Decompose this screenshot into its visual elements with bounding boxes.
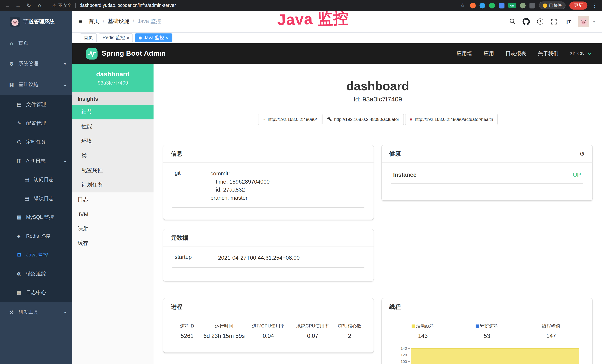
sba-brand-title[interactable]: Spring Boot Admin [102, 50, 166, 57]
breadcrumb-infrastructure[interactable]: 基础设施 [108, 18, 129, 25]
extension-leaf-icon[interactable] [520, 2, 526, 8]
log-center-icon: ▧ [16, 289, 22, 295]
sidebar-item-config-props[interactable]: 配置属性 [72, 163, 153, 178]
instance-links: ⌂ http://192.168.0.2:48080/ http://192.1… [153, 114, 602, 125]
browser-home-icon[interactable]: ⌂ [36, 2, 43, 8]
tab-redis-monitor[interactable]: Redis 监控 × [99, 33, 133, 42]
extension-fox-icon[interactable] [470, 2, 476, 8]
extensions-puzzle-icon[interactable] [529, 2, 535, 8]
search-icon[interactable] [509, 18, 516, 25]
sidebar-item-performance[interactable]: 性能 [72, 119, 153, 134]
back-icon[interactable]: ← [4, 2, 11, 8]
sidebar-item-scheduled-tasks[interactable]: 计划任务 [72, 178, 153, 193]
commit-line: commit: [210, 170, 270, 178]
history-icon[interactable]: ↺ [580, 150, 585, 157]
sidebar-item-mappings[interactable]: 映射 [72, 222, 153, 236]
sidebar-item-scheduled-jobs[interactable]: ◷ 定时任务 [0, 132, 72, 151]
instance-header[interactable]: dashboard 93a3fc7f7409 [72, 64, 153, 92]
startup-row: startup 2021-04-27T00:44:31.254+08:00 [172, 254, 364, 268]
sidebar-item-caches[interactable]: 缓存 [72, 236, 153, 251]
sidebar-item-logs[interactable]: 日志 [72, 192, 153, 207]
breadcrumb-home[interactable]: 首页 [88, 18, 99, 25]
card-title: 线程 [389, 303, 401, 310]
legend-value: 147 [519, 332, 583, 339]
legend-value: 143 [391, 332, 455, 339]
sidebar-item-tracing[interactable]: ◎ 链路追踪 [0, 264, 72, 283]
locale-chevron-icon [587, 51, 592, 56]
log-icon: ▥ [16, 158, 22, 163]
address-url[interactable]: dashboard.yudao.iocoder.cn/infra/admin-s… [80, 3, 176, 8]
service-url-button[interactable]: ⌂ http://192.168.0.2:48080/ [258, 114, 322, 125]
app-main: ≡ 首页 / 基础设施 / Java 监控 ? [72, 11, 602, 364]
security-chip[interactable]: ⚠ 不安全 [52, 2, 72, 8]
sidebar-item-config-mgmt[interactable]: ✎ 配置管理 [0, 114, 72, 132]
locale-selector[interactable]: zh-CN [570, 51, 592, 56]
sidebar-item-redis-monitor[interactable]: ◈ Redis 监控 [0, 227, 72, 245]
avatar-caret-icon[interactable]: ▾ [593, 20, 595, 24]
nav-journal[interactable]: 日志报表 [505, 50, 526, 57]
legend-label: 线程峰值 [519, 323, 583, 329]
browser-menu-kebab-icon[interactable]: ⋮ [591, 2, 598, 8]
extension-drop-icon[interactable] [479, 2, 485, 8]
breadcrumb-java-monitor: Java 监控 [138, 18, 161, 25]
legend-peak-threads: 线程峰值 147 [519, 323, 583, 339]
process-table: 进程ID 5261 运行时间 6d 23h 15m 59s [172, 323, 364, 344]
menu-label: 研发工具 [18, 309, 38, 316]
sidebar-item-file-mgmt[interactable]: ▤ 文件管理 [0, 95, 72, 114]
sidebar-item-details[interactable]: 细节 [72, 105, 153, 119]
font-size-icon[interactable]: TT [564, 18, 572, 25]
close-icon[interactable]: × [166, 36, 168, 40]
nav-applications[interactable]: 应用 [484, 50, 494, 57]
github-icon[interactable] [522, 18, 530, 25]
cards-right-column: 健康 ↺ Instance UP [382, 145, 592, 364]
menu-label: API 日志 [26, 157, 46, 164]
bookmark-star-icon[interactable]: ☆ [459, 2, 466, 8]
extension-on-badge-icon[interactable]: on [508, 3, 516, 8]
sidebar-item-mysql-monitor[interactable]: ▩ MySQL 监控 [0, 208, 72, 226]
menu-label: 链路追踪 [26, 270, 46, 277]
sidebar-item-environment[interactable]: 环境 [72, 134, 153, 149]
sidebar-item-infrastructure[interactable]: ▦ 基础设施 ▴ [0, 74, 72, 95]
column-header: CPU核心数 [335, 323, 364, 329]
reload-icon[interactable]: ↻ [25, 2, 32, 8]
sidebar-item-log-center[interactable]: ▧ 日志中心 [0, 283, 72, 302]
sidebar-item-system-mgmt[interactable]: ⚙ 系统管理 ▾ [0, 54, 72, 74]
sidebar-item-access-logs[interactable]: ▤ 访问日志 [0, 170, 72, 189]
instance-id: 93a3fc7f7409 [98, 80, 128, 86]
actuator-url-button[interactable]: http://192.168.0.2:48080/actuator [322, 114, 404, 125]
sidebar-item-classes[interactable]: 类 [72, 149, 153, 163]
nav-about[interactable]: 关于我们 [538, 50, 559, 57]
menu-label: 文件管理 [26, 101, 46, 108]
menu-label: 配置管理 [26, 120, 46, 127]
tab-home[interactable]: 首页 [80, 33, 97, 42]
help-icon[interactable]: ? [536, 18, 544, 25]
main-content: dashboard Id: 93a3fc7f7409 ⌂ http://192.… [153, 64, 602, 364]
extension-green-icon[interactable] [489, 2, 495, 8]
active-dot [139, 36, 142, 40]
time-line: time: 1596289704000 [210, 178, 270, 186]
card-title: 元数据 [171, 234, 188, 241]
tab-java-monitor[interactable]: Java 监控 × [135, 33, 172, 42]
sidebar-item-jvm[interactable]: JVM [72, 207, 153, 222]
card-title: 信息 [171, 150, 183, 157]
process-col-cores: CPU核心数 2 [335, 323, 364, 339]
sidebar-item-api-logs[interactable]: ▥ API 日志 ▴ [0, 151, 72, 170]
metadata-card: 元数据 startup 2021-04-27T00:44:31.254+08:0… [163, 229, 374, 281]
forward-icon[interactable]: → [15, 2, 22, 8]
chevron-up-icon: ▴ [64, 159, 66, 163]
nav-wallboard[interactable]: 应用墙 [457, 50, 472, 57]
sidebar-item-error-logs[interactable]: ▤ 错误日志 [0, 189, 72, 208]
close-icon[interactable]: × [127, 36, 129, 40]
sidebar-item-java-monitor[interactable]: ⊡ Java 监控 [0, 245, 72, 264]
user-avatar[interactable] [578, 16, 589, 27]
health-url-button[interactable]: ♥ http://192.168.0.2:48080/actuator/heal… [405, 114, 498, 125]
process-card: 进程 进程ID 5261 运行时间 [163, 298, 374, 353]
update-button[interactable]: 更新 [569, 1, 587, 9]
paused-badge[interactable]: 已暂停 [539, 1, 566, 9]
extension-grid-icon[interactable] [499, 2, 505, 8]
sidebar-item-home[interactable]: ⌂ 首页 [0, 33, 72, 54]
trace-icon: ◎ [16, 271, 22, 277]
fullscreen-icon[interactable] [550, 18, 558, 25]
hamburger-icon[interactable]: ≡ [78, 17, 82, 25]
sidebar-item-dev-tools[interactable]: ⚒ 研发工具 ▾ [0, 302, 72, 323]
